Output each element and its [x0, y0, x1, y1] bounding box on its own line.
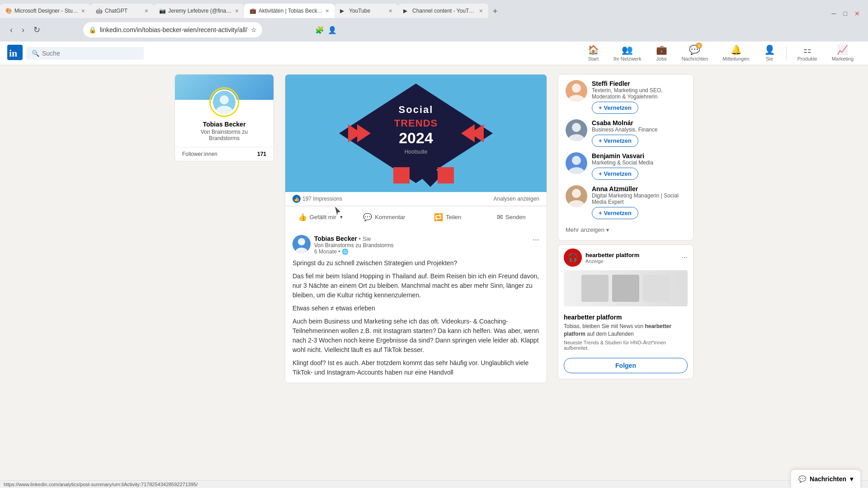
reaction-dropdown-icon[interactable]: ▼: [339, 215, 344, 220]
sugg-name-2[interactable]: Benjamin Vasvari: [592, 152, 686, 160]
connect-label-0: Vernetzen: [604, 104, 632, 111]
sugg-name-1[interactable]: Csaba Molnár: [592, 119, 686, 127]
minimize-button[interactable]: ─: [829, 9, 839, 18]
sugg-name-3[interactable]: Anna Atzmüller: [592, 185, 686, 192]
search-input[interactable]: [42, 50, 138, 57]
browser-icons: 🧩 👤: [315, 26, 337, 34]
search-icon: 🔍: [32, 50, 39, 57]
suggested-item-0: Steffi Fiedler Texterin, Marketing und S…: [566, 80, 686, 114]
nav-marketing[interactable]: 📈 Marketing: [825, 42, 861, 65]
suggested-item-1: Csaba Molnár Business Analysis, Finance …: [566, 119, 686, 147]
comment-button[interactable]: 💬 Kommentar: [353, 208, 416, 226]
impressions-count[interactable]: 197 Impressions: [302, 196, 342, 202]
search-box[interactable]: 🔍: [26, 47, 144, 60]
nav-marketing-label: Marketing: [832, 56, 854, 61]
more-suggestions-button[interactable]: Mehr anzeigen ▾: [566, 225, 686, 235]
profile-icon[interactable]: 👤: [328, 26, 337, 34]
connect-btn-2[interactable]: + Vernetzen: [592, 168, 638, 180]
nav-messages[interactable]: 💬 1 Nachrichten: [675, 42, 716, 65]
followers-label: Follower:innen: [182, 151, 217, 157]
nav-notifications[interactable]: 🔔 Mitteilungen: [715, 42, 756, 65]
post-text: Springst du zu schnell zwischen Strategi…: [292, 258, 539, 377]
comment-label: Kommentar: [375, 214, 405, 221]
chevron-down-icon: ▾: [606, 227, 609, 233]
connect-btn-0[interactable]: + Vernetzen: [592, 102, 638, 114]
ad-options-button[interactable]: ···: [682, 253, 688, 262]
linkedin-navbar: in 🔍 🏠 Start 👥 Ihr Netzwerk 💼 Jobs 💬: [0, 42, 868, 65]
ad-banner-block-1: [581, 275, 609, 302]
post-more-button[interactable]: ···: [533, 235, 539, 244]
messages-icon: 💬 1: [689, 44, 700, 55]
tab-close-1[interactable]: ×: [81, 7, 85, 14]
profile-name[interactable]: Tobias Becker: [180, 121, 268, 128]
tab-linkedin-tobias[interactable]: 💼 Aktivitäten | Tobias Becker | Lin... ×: [244, 4, 335, 18]
nav-sie[interactable]: 👤 Sie: [757, 42, 783, 65]
profile-info: Tobias Becker Von Brainstorms zu Brandst…: [175, 117, 274, 147]
reload-button[interactable]: ↻: [31, 24, 43, 36]
connect-btn-3[interactable]: + Vernetzen: [592, 207, 638, 219]
tab-favicon-1: 🎨: [5, 8, 12, 14]
like-button[interactable]: 👍 Gefällt mir ▼: [289, 208, 353, 226]
tab-jeremy[interactable]: 📷 Jeremy Lefebvre (@financialeduc... ×: [154, 4, 244, 18]
tab-youtube-studio[interactable]: ▶ Channel content - YouTube Stu... ×: [398, 4, 488, 18]
nav-network[interactable]: 👥 Ihr Netzwerk: [606, 42, 649, 65]
svg-point-31: [572, 189, 581, 198]
url-display[interactable]: linkedin.com/in/tobias-becker-wien/recen…: [100, 26, 247, 33]
tab-close-5[interactable]: ×: [389, 7, 392, 14]
connect-btn-1[interactable]: + Vernetzen: [592, 135, 638, 147]
svg-point-3: [220, 95, 229, 104]
maximize-button[interactable]: □: [841, 9, 850, 18]
sugg-info-0: Steffi Fiedler Texterin, Marketing und S…: [592, 80, 686, 114]
post-author-name[interactable]: Tobias Becker: [314, 235, 357, 242]
jobs-icon: 💼: [656, 44, 667, 55]
post-body: Tobias Becker • Sie Von Brainstorms zu B…: [285, 230, 547, 383]
ad-label: Anzeige: [585, 258, 678, 264]
nav-produkte[interactable]: ⚏ Produkte: [790, 42, 825, 65]
bookmark-icon[interactable]: ☆: [251, 26, 257, 33]
svg-text:in: in: [9, 47, 17, 59]
share-button[interactable]: 🔁 Teilen: [416, 208, 480, 226]
profile-avatar[interactable]: [212, 89, 237, 115]
home-icon: 🏠: [588, 44, 599, 55]
sugg-title-3: Digital Marketing Managerin | Social Med…: [592, 192, 686, 205]
marketing-icon: 📈: [837, 44, 848, 55]
center-feed: Social TRENDS 2024 Hootsuite 👍: [285, 74, 547, 383]
post-time: 6 Monate • 🌐: [314, 249, 529, 255]
linkedin-logo[interactable]: in: [7, 45, 23, 61]
tab-close-2[interactable]: ×: [145, 7, 148, 14]
nav-divider-1: [786, 46, 787, 61]
sugg-name-0[interactable]: Steffi Fiedler: [592, 80, 686, 87]
tab-chatgpt[interactable]: 🤖 ChatGPT ×: [90, 4, 154, 18]
profile-card: Tobias Becker Von Brainstorms zu Brandst…: [175, 74, 274, 161]
analytics-link[interactable]: Analysen anzeigen: [494, 196, 539, 202]
tab-title-1: Microsoft Designer - Stunning: [14, 8, 79, 14]
tab-microsoft-designer[interactable]: 🎨 Microsoft Designer - Stunning ×: [0, 4, 90, 18]
svg-text:Social: Social: [399, 104, 434, 115]
new-tab-button[interactable]: +: [488, 5, 502, 18]
tab-close-4[interactable]: ×: [326, 7, 329, 14]
sugg-info-2: Benjamin Vasvari Marketing & Social Medi…: [592, 152, 686, 180]
like-btn-icon: 👍: [298, 213, 307, 221]
post-text-line4: Auch beim Business und Marketing sehe ic…: [292, 317, 539, 355]
forward-button[interactable]: ›: [19, 24, 27, 36]
post-avatar[interactable]: [292, 235, 311, 253]
tab-close-6[interactable]: ×: [479, 7, 483, 14]
send-button[interactable]: ✉ Senden: [480, 208, 543, 226]
close-window-button[interactable]: ✕: [852, 9, 863, 18]
tab-youtube[interactable]: ▶ YouTube ×: [335, 4, 398, 18]
back-button[interactable]: ‹: [7, 24, 15, 36]
nav-jobs[interactable]: 💼 Jobs: [649, 42, 675, 65]
tab-bar: 🎨 Microsoft Designer - Stunning × 🤖 Chat…: [0, 0, 868, 18]
follow-button[interactable]: Folgen: [564, 358, 688, 373]
ad-logo: 🎧: [564, 249, 582, 267]
address-bar[interactable]: 🔒 linkedin.com/in/tobias-becker-wien/rec…: [83, 22, 263, 38]
ad-banner-block-3: [643, 275, 670, 302]
extensions-icon[interactable]: 🧩: [315, 26, 324, 34]
message-bar[interactable]: 💬 Nachrichten ▾: [791, 469, 861, 488]
post-author-badge: • Sie: [359, 235, 371, 242]
tab-close-3[interactable]: ×: [235, 7, 239, 14]
nav-start[interactable]: 🏠 Start: [580, 42, 606, 65]
sugg-avatar-1: [566, 119, 587, 141]
network-icon: 👥: [622, 44, 633, 55]
post-card: Social TRENDS 2024 Hootsuite 👍: [285, 74, 547, 383]
